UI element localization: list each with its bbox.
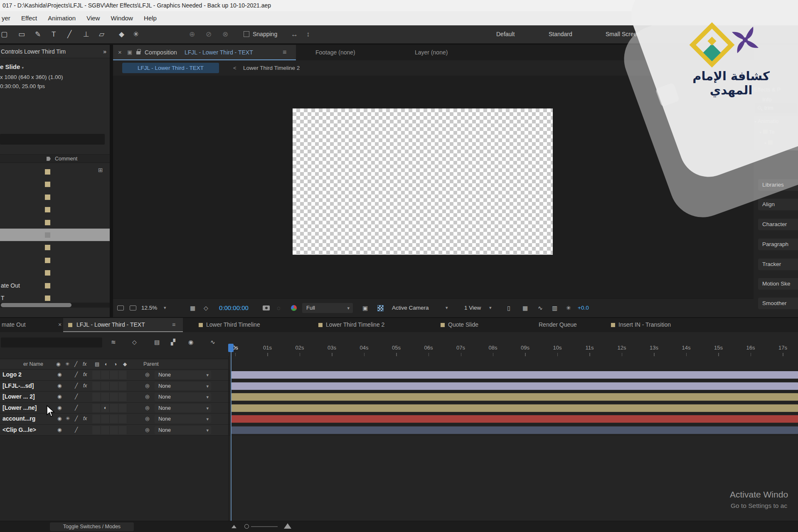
mini-flowchart-icon[interactable]: ≋ <box>111 339 116 345</box>
project-item[interactable] <box>0 191 110 203</box>
panel-tab-align[interactable]: Align <box>758 199 798 210</box>
motion-blur-icon[interactable]: ◉ <box>188 339 193 345</box>
list-track-divider[interactable] <box>228 356 229 521</box>
flowchart-tree-icon[interactable]: ⊞ <box>98 167 103 173</box>
tab-insert-in-transition[interactable]: Insert IN - Transition <box>618 318 671 332</box>
pen-tool-icon[interactable]: ✎ <box>35 25 41 43</box>
av-features-column-icon[interactable]: ◉ <box>56 361 60 367</box>
project-item[interactable] <box>0 203 110 216</box>
snapping-checkbox[interactable] <box>244 31 249 37</box>
breadcrumb-parent[interactable]: Lower Third Timeline 2 <box>243 60 300 76</box>
exposure-icon[interactable]: ✳ <box>566 305 571 311</box>
shy-column-icon[interactable]: ▤ <box>95 361 99 367</box>
parent-pickwhip-icon[interactable]: ◎ <box>145 414 149 424</box>
composition-tab-name[interactable]: LFJL - Lower Third - TEXT <box>185 45 253 60</box>
brush-tool-icon[interactable]: ╱ <box>67 25 71 43</box>
switch-cells[interactable] <box>92 393 127 401</box>
channel-colors-icon[interactable] <box>291 305 297 311</box>
chevron-down-icon[interactable]: ▾ <box>446 305 448 310</box>
fx-column-icon[interactable]: fx <box>83 361 86 367</box>
tab-lower-third-timeline[interactable]: Lower Third Timeline <box>206 318 260 332</box>
parent-select[interactable]: None▾ <box>155 371 211 379</box>
project-item-selected[interactable] <box>0 229 110 241</box>
panel-tab-title[interactable]: Controls Lower Third Tim <box>1 48 66 55</box>
layer-name[interactable]: [LFJL-...sd] <box>2 381 34 391</box>
layer-duration-bar[interactable] <box>232 404 798 412</box>
quality-icon[interactable]: ╱ <box>75 425 78 435</box>
puppet-tool-icon[interactable]: ◆ <box>119 25 124 43</box>
solo-icon[interactable]: ✳ <box>66 414 70 424</box>
playhead-line[interactable] <box>231 351 232 521</box>
magnification-value[interactable]: 12.5% <box>141 299 157 317</box>
time-ruler[interactable]: 0s 01s 02s 03s 04s 05s 06s 07s 08s 09s 1… <box>235 345 798 357</box>
parent-pickwhip-icon[interactable]: ◎ <box>145 392 149 402</box>
transparency-grid-icon[interactable] <box>377 305 384 311</box>
panel-tab-smoother[interactable]: Smoother <box>758 298 798 309</box>
av-features-icon[interactable]: ◉ <box>57 425 62 435</box>
project-item[interactable] <box>0 254 110 266</box>
layer-duration-bar[interactable] <box>232 415 798 423</box>
av-features-icon[interactable]: ◉ <box>57 381 62 391</box>
grid-guides-icon[interactable]: ▦ <box>190 305 195 311</box>
layer-duration-bar[interactable] <box>232 382 798 390</box>
layer-row[interactable]: [Lower ...ne] ◉ ╱ ◐ ◎ None▾ <box>0 403 798 414</box>
panel-tab-tracker[interactable]: Tracker <box>758 259 798 270</box>
main-display-icon[interactable] <box>130 305 136 310</box>
frame-blend-icon[interactable]: ▞ <box>171 339 175 345</box>
layer-name[interactable]: Logo 2 <box>2 369 22 380</box>
switch-cells[interactable] <box>92 404 127 412</box>
draft-3d-icon[interactable]: ◇ <box>132 339 137 345</box>
playhead-marker[interactable] <box>228 344 234 352</box>
layer-name[interactable]: account...rg <box>2 414 35 424</box>
horizontal-scrollbar[interactable] <box>0 303 110 308</box>
menu-window[interactable]: Window <box>111 11 133 25</box>
switch-cells[interactable] <box>92 371 127 379</box>
lock-icon[interactable] <box>136 51 140 54</box>
tab-active-comp[interactable]: LFJL - Lower Third - TEXT ≡ <box>63 318 183 332</box>
layer-name[interactable]: <Clip G...le> <box>2 425 36 435</box>
menu-layer[interactable]: yer <box>2 11 10 25</box>
switch-cells[interactable] <box>92 426 127 434</box>
shy-layers-icon[interactable]: ▤ <box>154 339 160 345</box>
layer-duration-bar[interactable] <box>232 371 798 379</box>
quality-icon[interactable]: ╱ <box>75 369 78 380</box>
timeline-search-field[interactable] <box>1 337 102 347</box>
motion-blur-column-icon[interactable]: ◑ <box>114 361 117 367</box>
menu-help[interactable]: Help <box>144 11 157 25</box>
fx-icon[interactable]: fx <box>83 369 87 380</box>
chevron-down-icon[interactable]: ▾ <box>164 305 166 310</box>
menu-view[interactable]: View <box>86 11 100 25</box>
snap-expand-icon[interactable]: ↔ <box>291 25 298 43</box>
motion-tool-icon[interactable]: ✳ <box>133 25 139 43</box>
av-features-icon[interactable]: ◉ <box>57 414 62 424</box>
parent-pickwhip-icon[interactable]: ◎ <box>145 425 149 435</box>
project-item[interactable] <box>0 216 110 229</box>
footage-tab[interactable]: Footage (none) <box>315 45 355 60</box>
layer-name[interactable]: [Lower ...ne] <box>2 403 37 413</box>
graph-editor-icon[interactable]: ∿ <box>210 339 215 345</box>
panel-menu-icon[interactable]: ≡ <box>283 45 286 60</box>
comment-column-label[interactable]: Comment <box>55 155 77 163</box>
show-snapshot-icon[interactable]: ◌ <box>277 305 280 311</box>
snap-options-icon[interactable]: ↕ <box>306 25 310 43</box>
parent-select[interactable]: None▾ <box>155 404 211 412</box>
project-item-label[interactable]: ate Out <box>1 279 20 292</box>
av-features-icon[interactable]: ◉ <box>57 369 62 380</box>
parent-select[interactable]: None▾ <box>155 382 211 390</box>
snapshot-icon[interactable] <box>263 305 270 310</box>
av-features-icon[interactable]: ◉ <box>57 392 62 402</box>
layer-row[interactable]: account...rg ◉ ✳ ╱ fx ◎ None▾ <box>0 414 798 425</box>
project-item[interactable] <box>0 241 110 254</box>
layer-row[interactable]: [Lower ... 2] ◉ ╱ ◎ None▾ <box>0 392 798 403</box>
axis-mode-local-icon[interactable]: ⊕ <box>189 25 195 43</box>
axis-mode-world-icon[interactable]: ⊘ <box>206 25 212 43</box>
shape-tool-icon[interactable]: ▭ <box>18 25 25 43</box>
resolution-select[interactable]: Full ▾ <box>302 303 353 313</box>
project-search-field[interactable] <box>0 134 105 145</box>
proportional-grid-icon[interactable]: ▦ <box>522 305 528 311</box>
panel-tab-motion-sketch[interactable]: Motion Ske <box>758 278 798 290</box>
switch-cells[interactable] <box>92 382 127 390</box>
layer-row[interactable]: Logo 2 ◉ ╱ fx ◎ None▾ <box>0 369 798 381</box>
axis-mode-view-icon[interactable]: ⊗ <box>222 25 228 43</box>
column-layer-name[interactable]: er Name <box>23 359 43 369</box>
